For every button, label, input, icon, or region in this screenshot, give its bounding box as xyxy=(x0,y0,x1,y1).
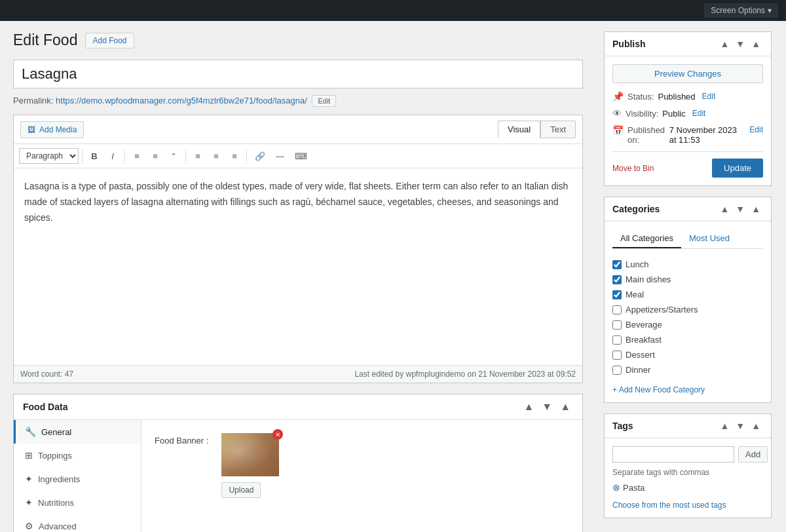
food-tab-advanced[interactable]: ⚙ Advanced xyxy=(14,514,141,532)
align-center-button[interactable]: ≡ xyxy=(208,149,225,164)
tags-title: Tags xyxy=(612,421,633,431)
cat-label-dessert[interactable]: Dessert xyxy=(626,350,655,360)
status-edit-link[interactable]: Edit xyxy=(702,92,716,101)
align-right-button[interactable]: ≡ xyxy=(226,149,243,164)
screen-options-button[interactable]: Screen Options ▾ xyxy=(704,3,778,18)
tags-add-button[interactable]: Add xyxy=(738,446,768,463)
categories-down-button[interactable]: ▼ xyxy=(733,202,747,216)
food-banner-row: Food Banner : ✕ Upload xyxy=(155,433,569,498)
move-to-bin-link[interactable]: Move to Bin xyxy=(612,164,654,173)
cat-label-breakfast[interactable]: Breakfast xyxy=(626,335,662,345)
main-content: Edit Food Add Food Permalink: https://de… xyxy=(0,21,596,532)
publish-up-button[interactable]: ▲ xyxy=(717,37,732,50)
cat-label-meal[interactable]: Meal xyxy=(626,290,644,299)
cat-label-beverage[interactable]: Beverage xyxy=(626,320,662,330)
editor-content[interactable]: Lasagna is a type of pasta, possibly one… xyxy=(14,168,582,365)
food-data-box: Food Data ▲ ▼ ▲ 🔧 General ⊞ Toppings xyxy=(13,394,583,532)
food-data-up-button[interactable]: ▲ xyxy=(521,401,536,413)
visual-tab[interactable]: Visual xyxy=(498,121,540,138)
visibility-edit-link[interactable]: Edit xyxy=(692,109,706,118)
food-banner-remove-button[interactable]: ✕ xyxy=(272,429,283,440)
most-used-tab[interactable]: Most Used xyxy=(681,229,738,248)
tags-down-button[interactable]: ▼ xyxy=(733,419,747,432)
cat-checkbox-dessert[interactable] xyxy=(612,351,622,360)
calendar-icon: 📅 xyxy=(612,125,624,136)
post-title-input[interactable] xyxy=(13,60,583,88)
food-tab-general[interactable]: 🔧 General xyxy=(14,420,141,444)
cat-checkbox-meal[interactable] xyxy=(612,290,622,299)
update-button[interactable]: Update xyxy=(712,159,763,178)
screen-options-label: Screen Options xyxy=(711,6,765,15)
advanced-icon: ⚙ xyxy=(25,521,33,531)
food-tab-ingredients[interactable]: ✦ Ingredients xyxy=(14,467,141,491)
tags-collapse-button[interactable]: ▲ xyxy=(749,419,763,432)
align-left-button[interactable]: ≡ xyxy=(189,149,206,164)
editor-box: 🖼 Add Media Visual Text Paragraph Headin… xyxy=(13,115,583,383)
categories-collapse-button[interactable]: ▲ xyxy=(749,202,763,216)
cat-checkbox-appetizers[interactable] xyxy=(612,305,622,314)
cat-label-dinner[interactable]: Dinner xyxy=(626,365,650,375)
food-data-collapse-button[interactable]: ▲ xyxy=(557,401,573,413)
cat-label-main-dishes[interactable]: Main dishes xyxy=(626,275,671,284)
food-data-body: 🔧 General ⊞ Toppings ✦ Ingredients ✦ Nut… xyxy=(14,420,582,532)
food-tab-nutritions[interactable]: ✦ Nutritions xyxy=(14,491,141,514)
publish-collapse-button[interactable]: ▲ xyxy=(749,37,763,50)
add-category-link[interactable]: + Add New Food Category xyxy=(612,385,763,394)
all-categories-tab[interactable]: All Categories xyxy=(612,229,681,248)
tag-label-pasta: Pasta xyxy=(623,483,645,493)
paragraph-select[interactable]: Paragraph Heading 1 Heading 2 Heading 3 xyxy=(19,148,79,164)
general-icon: 🔧 xyxy=(25,427,36,437)
publish-actions: Move to Bin Update xyxy=(612,151,763,178)
cat-checkbox-dinner[interactable] xyxy=(612,366,622,375)
visibility-label: Visibility: xyxy=(626,109,658,119)
publish-box-controls: ▲ ▼ ▲ xyxy=(717,37,763,50)
format-separator-3 xyxy=(185,149,186,162)
published-edit-link[interactable]: Edit xyxy=(749,125,763,134)
food-tab-toppings[interactable]: ⊞ Toppings xyxy=(14,444,141,467)
category-item-dessert: Dessert xyxy=(612,347,763,362)
tags-controls: ▲ ▼ ▲ xyxy=(717,419,763,432)
categories-up-button[interactable]: ▲ xyxy=(717,202,732,216)
permalink-link[interactable]: https://demo.wpfoodmanager.com/g5f4mzlr6… xyxy=(56,96,307,105)
preview-changes-button[interactable]: Preview Changes xyxy=(612,64,763,83)
tags-box: Tags ▲ ▼ ▲ Add Separate tags with commas… xyxy=(604,413,772,518)
link-button[interactable]: 🔗 xyxy=(250,149,270,164)
cat-label-appetizers[interactable]: Appetizers/Starters xyxy=(626,305,698,314)
food-banner-upload-area: ✕ Upload xyxy=(221,433,279,498)
toolbar-toggle-button[interactable]: ⌨ xyxy=(290,149,312,164)
general-label: General xyxy=(41,427,71,437)
tag-icon: ⊗ xyxy=(612,482,620,493)
editor-footer: Word count: 47 Last edited by wpfmplugin… xyxy=(14,365,582,383)
italic-button[interactable]: I xyxy=(104,149,121,164)
text-tab[interactable]: Text xyxy=(540,121,576,138)
tags-up-button[interactable]: ▲ xyxy=(717,419,732,432)
choose-tags-link[interactable]: Choose from the most used tags xyxy=(612,501,763,510)
published-date: 7 November 2023 at 11:53 xyxy=(669,125,743,145)
cat-label-lunch[interactable]: Lunch xyxy=(626,259,648,269)
add-food-button[interactable]: Add Food xyxy=(85,33,134,48)
ordered-list-button[interactable]: ≡ xyxy=(147,149,164,164)
page-title: Edit Food xyxy=(13,31,77,49)
word-count: Word count: 47 xyxy=(20,370,73,379)
cat-checkbox-breakfast[interactable] xyxy=(612,335,622,345)
screen-options-chevron: ▾ xyxy=(768,6,772,15)
permalink-label: Permalink: xyxy=(13,96,53,105)
upload-button[interactable]: Upload xyxy=(221,482,261,498)
toppings-label: Toppings xyxy=(38,451,72,461)
permalink-edit-button[interactable]: Edit xyxy=(312,95,336,107)
publish-down-button[interactable]: ▼ xyxy=(733,37,747,50)
blockquote-button[interactable]: " xyxy=(165,149,182,164)
publish-date-row: 📅 Published on: 7 November 2023 at 11:53… xyxy=(612,125,763,145)
cat-checkbox-beverage[interactable] xyxy=(612,320,622,330)
unordered-list-button[interactable]: ≡ xyxy=(128,149,145,164)
more-button[interactable]: — xyxy=(271,149,289,164)
cat-checkbox-lunch[interactable] xyxy=(612,260,622,269)
tags-input[interactable] xyxy=(612,446,734,463)
cat-checkbox-main-dishes[interactable] xyxy=(612,275,622,284)
sidebar: Publish ▲ ▼ ▲ Preview Changes 📌 Status: … xyxy=(596,21,779,532)
bold-button[interactable]: B xyxy=(86,149,103,164)
food-data-down-button[interactable]: ▼ xyxy=(539,401,555,413)
add-media-button[interactable]: 🖼 Add Media xyxy=(20,121,84,138)
category-item-lunch: Lunch xyxy=(612,257,763,272)
advanced-label: Advanced xyxy=(39,522,77,531)
